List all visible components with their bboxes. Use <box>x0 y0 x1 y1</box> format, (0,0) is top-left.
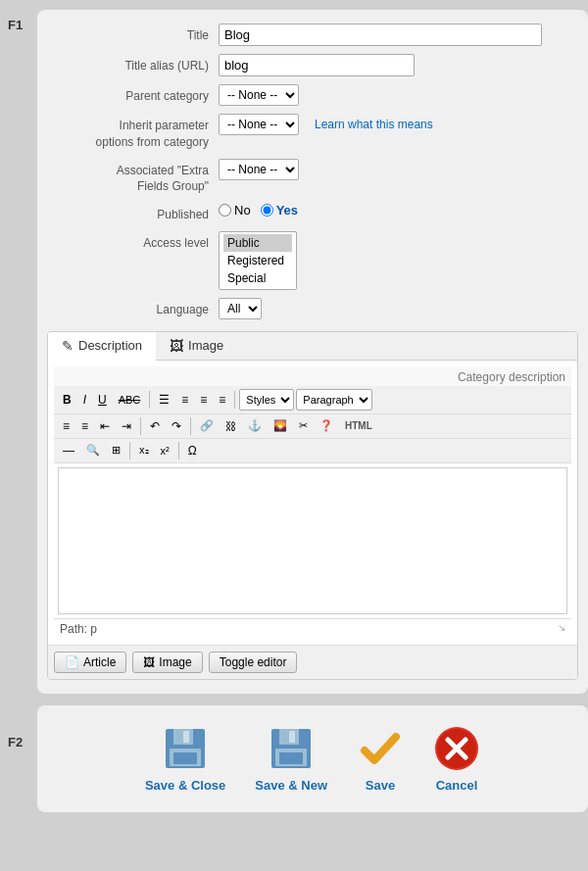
save-icon <box>357 725 404 772</box>
toggle-editor-button[interactable]: Toggle editor <box>209 652 298 673</box>
cleanup-button[interactable]: ✂ <box>294 417 313 434</box>
title-input[interactable] <box>219 24 542 46</box>
table-button[interactable]: ⊞ <box>107 442 125 459</box>
toolbar-sep-4 <box>190 417 191 435</box>
cancel-label: Cancel <box>436 778 478 793</box>
tab-description[interactable]: ✎ Description <box>48 332 156 361</box>
published-no-radio[interactable] <box>219 204 231 217</box>
published-no-label[interactable]: No <box>219 203 251 218</box>
toolbar-sep-2 <box>234 391 235 409</box>
alias-input[interactable] <box>219 54 415 76</box>
resize-handle[interactable]: ↘ <box>558 622 565 636</box>
svg-rect-4 <box>173 752 197 764</box>
align-left-button[interactable]: ☰ <box>154 391 174 409</box>
description-icon: ✎ <box>62 338 74 354</box>
tab-image-label: Image <box>188 338 223 353</box>
editor-content[interactable] <box>58 467 567 614</box>
svg-rect-2 <box>183 731 189 743</box>
parent-select[interactable]: -- None -- <box>219 84 299 106</box>
undo-button[interactable]: ↶ <box>145 417 165 435</box>
save-close-button[interactable]: Save & Close <box>145 725 225 793</box>
article-label: Article <box>83 655 116 669</box>
f1-label: F1 <box>8 18 23 32</box>
anchor-button[interactable]: ⚓ <box>243 417 267 434</box>
save-label: Save <box>366 778 395 793</box>
published-label: Published <box>47 203 219 223</box>
inherit-label: Inherit parameter options from category <box>47 114 219 151</box>
char-map-search-button[interactable]: 🔍 <box>81 442 105 459</box>
language-row: Language All <box>47 298 578 319</box>
save-new-icon <box>268 725 315 772</box>
italic-button[interactable]: I <box>78 391 91 409</box>
extra-fields-label: Associated "Extra Fields Group" <box>47 159 219 196</box>
paragraph-select[interactable]: Paragraph <box>296 389 372 411</box>
published-yes-radio[interactable] <box>261 204 273 217</box>
align-center-button[interactable]: ≡ <box>176 391 193 409</box>
access-listbox[interactable]: PublicRegisteredSpecial <box>219 231 297 290</box>
learn-link[interactable]: Learn what this means <box>315 118 433 131</box>
svg-rect-7 <box>289 731 295 743</box>
tab-image[interactable]: 🖼 Image <box>156 332 237 360</box>
article-button[interactable]: 📄 Article <box>54 652 126 673</box>
styles-select[interactable]: Styles <box>239 389 294 411</box>
image-insert-button[interactable]: 🌄 <box>269 417 292 434</box>
char-map-button[interactable]: Ω <box>183 442 202 460</box>
unlink-button[interactable]: ⛓ <box>220 418 241 434</box>
extra-fields-select[interactable]: -- None -- <box>219 159 299 180</box>
cancel-icon <box>433 725 480 772</box>
inherit-select[interactable]: -- None -- <box>219 114 299 135</box>
language-select[interactable]: All <box>219 298 262 319</box>
bold-button[interactable]: B <box>58 391 76 409</box>
published-yes-label[interactable]: Yes <box>261 203 298 218</box>
toolbar-row-2: ≡ ≡ ⇤ ⇥ ↶ ↷ 🔗 ⛓ ⚓ 🌄 ✂ ❓ HTML <box>54 414 571 439</box>
image-footer-button[interactable]: 🖼 Image <box>132 652 202 673</box>
link-button[interactable]: 🔗 <box>195 417 219 434</box>
toggle-editor-label: Toggle editor <box>220 655 287 669</box>
image-footer-icon: 🖼 <box>143 655 155 669</box>
toolbar-row-3: — 🔍 ⊞ x₂ x² Ω <box>54 439 571 463</box>
article-icon: 📄 <box>65 655 79 669</box>
underline-button[interactable]: U <box>93 391 112 409</box>
toolbar-sep-6 <box>178 442 179 460</box>
justify-button[interactable]: ≡ <box>214 391 230 409</box>
html-button[interactable]: HTML <box>340 418 377 433</box>
save-close-icon <box>162 725 209 772</box>
parent-row: Parent category -- None -- <box>47 84 578 106</box>
subscript-button[interactable]: x₂ <box>134 442 154 459</box>
outdent-button[interactable]: ⇤ <box>95 417 115 435</box>
access-label: Access level <box>47 231 219 252</box>
title-row: Title <box>47 24 578 46</box>
cancel-button[interactable]: Cancel <box>433 725 480 793</box>
alias-row: Title alias (URL) <box>47 54 578 76</box>
save-new-button[interactable]: Save & New <box>255 725 327 793</box>
save-button[interactable]: Save <box>357 725 404 793</box>
access-row: Access level PublicRegisteredSpecial <box>47 231 578 290</box>
extra-fields-row: Associated "Extra Fields Group" -- None … <box>47 159 578 196</box>
superscript-button[interactable]: x² <box>156 443 174 459</box>
published-yes-text: Yes <box>276 203 298 218</box>
indent-button[interactable]: ⇥ <box>117 417 136 435</box>
language-label: Language <box>47 298 219 318</box>
title-label: Title <box>47 24 219 44</box>
image-icon: 🖼 <box>170 338 183 354</box>
toolbar-sep-3 <box>140 417 141 435</box>
editor-footer: 📄 Article 🖼 Image Toggle editor <box>48 645 577 679</box>
tab-description-label: Description <box>78 338 142 353</box>
save-close-label: Save & Close <box>145 778 225 793</box>
editor-path: Path: p ↘ <box>54 618 571 639</box>
ol-button[interactable]: ≡ <box>58 417 74 435</box>
strikethrough-button[interactable]: ABC <box>114 392 146 408</box>
published-row: Published No Yes <box>47 203 578 223</box>
hr-button[interactable]: — <box>58 442 79 460</box>
f2-label: F2 <box>8 735 23 750</box>
editor-tabs-area: ✎ Description 🖼 Image Category descripti… <box>47 331 578 680</box>
ul-button[interactable]: ≡ <box>76 417 93 435</box>
alias-label: Title alias (URL) <box>47 54 219 74</box>
published-no-text: No <box>234 203 251 218</box>
svg-rect-9 <box>279 752 303 764</box>
image-footer-label: Image <box>159 655 191 669</box>
toolbar-sep-1 <box>149 391 150 409</box>
redo-button[interactable]: ↷ <box>167 417 186 435</box>
align-right-button[interactable]: ≡ <box>195 391 212 409</box>
help-button[interactable]: ❓ <box>315 417 338 434</box>
